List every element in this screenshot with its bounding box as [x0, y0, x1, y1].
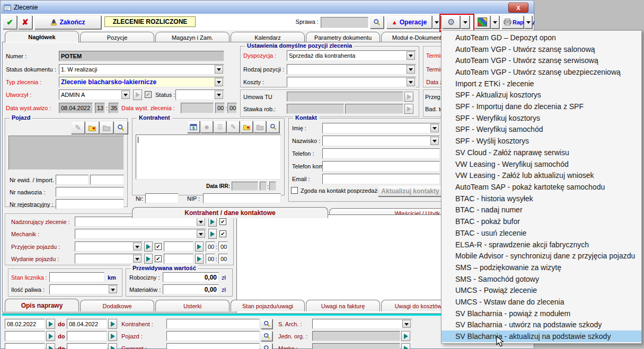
- menu-item[interactable]: SPF - Weryfikuj samochód: [442, 124, 641, 136]
- filter-gwarant-field[interactable]: [166, 343, 260, 349]
- wydanie-date-field[interactable]: [164, 254, 193, 264]
- marka-button[interactable]: [401, 343, 410, 349]
- nr-rejestracyjny-field[interactable]: [56, 199, 124, 209]
- dropdown-button[interactable]: [402, 320, 411, 328]
- case-search-button[interactable]: [370, 16, 384, 29]
- dropdown-button[interactable]: [215, 78, 223, 86]
- nadzorujacy-checkbox[interactable]: ✔: [219, 218, 226, 225]
- menu-item[interactable]: SMS – podziękowanie za wizytę: [442, 262, 641, 273]
- przyjecie-minute[interactable]: 00: [218, 241, 228, 252]
- robocizny-field[interactable]: 0,00: [163, 272, 219, 282]
- title-bar[interactable]: Zlecenie: [1, 1, 534, 14]
- nr-nadwozia-field[interactable]: [56, 187, 124, 197]
- kontrahent-info-button[interactable]: ☰: [214, 121, 226, 133]
- pojazd-search-button[interactable]: [114, 121, 128, 134]
- nr-ewid-field[interactable]: [56, 175, 89, 185]
- dropdown-button[interactable]: [197, 230, 205, 238]
- menu-item[interactable]: SPF - Aktualizuj kosztorys: [442, 90, 641, 101]
- filter-kontrahent-field[interactable]: [166, 319, 260, 329]
- menu-item[interactable]: SV Cloud - Załóż naprawę serwisu: [442, 147, 641, 158]
- date-from-button-3[interactable]: [46, 343, 55, 349]
- nr-import-field[interactable]: [90, 175, 124, 185]
- dropdown-button[interactable]: [133, 255, 142, 263]
- kontrahent-search-button[interactable]: [267, 121, 279, 133]
- dropdown-button[interactable]: [121, 91, 130, 99]
- przyjecie-combo[interactable]: [75, 241, 143, 252]
- dropdown-button[interactable]: [407, 78, 415, 86]
- nazwisko-combo[interactable]: [322, 136, 440, 146]
- pojazd-add-button[interactable]: [85, 121, 99, 134]
- wydanie-combo[interactable]: [75, 254, 143, 264]
- menu-item[interactable]: VW Leasing - Załóż lub aktualizuj wniose…: [442, 169, 641, 181]
- filter-date-from-2[interactable]: [5, 331, 45, 341]
- materialow-field[interactable]: 0,00: [163, 284, 219, 294]
- menu-item[interactable]: AutoTeam VGP - Utwórz szansę ubezpieczen…: [442, 66, 641, 78]
- dropdown-button[interactable]: [109, 285, 117, 293]
- dropdown-button[interactable]: [407, 65, 415, 74]
- dropdown-button[interactable]: [407, 51, 415, 60]
- mechanik-button[interactable]: [208, 229, 217, 239]
- nip-field[interactable]: [203, 193, 281, 203]
- kontrahent-add-button[interactable]: [240, 121, 253, 133]
- menu-item[interactable]: AutoTeam GD – Depozyt opon: [442, 32, 641, 43]
- filter-date-to-3[interactable]: [67, 343, 107, 349]
- ilosc-paliwa-combo[interactable]: [49, 284, 118, 294]
- przyjecie-date-field[interactable]: [164, 241, 193, 252]
- menu-item[interactable]: UMCS - Wstaw dane do zlecenia: [442, 296, 641, 308]
- stan-licznika-field[interactable]: [49, 272, 104, 282]
- wydanie-minute[interactable]: 00: [218, 254, 228, 264]
- menu-item[interactable]: Import z ETKi - zlecenie: [442, 78, 641, 90]
- dyspozycja-combo[interactable]: Sprzedaż dla kontrahenta: [287, 50, 416, 61]
- filter-gwarant-search[interactable]: [261, 343, 272, 349]
- utworzyl-combo[interactable]: ADMIN A: [59, 90, 131, 100]
- date-from-button-2[interactable]: [46, 331, 55, 341]
- filter-date-to-2[interactable]: [67, 331, 107, 341]
- pojazd-open-button[interactable]: [100, 121, 113, 134]
- email-field[interactable]: [322, 174, 440, 184]
- menu-item[interactable]: ELSA-R - sprawdzenie akcji fabrycznych: [442, 239, 641, 250]
- filter-date-from[interactable]: 08.02.2022: [5, 319, 45, 329]
- wydanie-button[interactable]: [144, 254, 153, 264]
- palette-dropdown-button[interactable]: [491, 15, 499, 29]
- date-to-button-3[interactable]: [108, 343, 117, 349]
- imie-combo[interactable]: [322, 123, 440, 133]
- menu-item[interactable]: SMS - Samochód gotowy: [442, 273, 641, 285]
- opis-naprawy-textarea[interactable]: [236, 214, 443, 313]
- case-field[interactable]: [321, 17, 368, 28]
- tab-stan-pojazdu[interactable]: Stan pojazdu/uwagi: [231, 300, 305, 311]
- zgoda-checkbox[interactable]: [291, 187, 298, 194]
- tab-parametry[interactable]: Parametry dokumentu: [306, 32, 380, 42]
- przyjecie-date-button[interactable]: [195, 241, 204, 252]
- menu-item[interactable]: AutoTeam VGP - Utwórz szansę serwisową: [442, 55, 641, 66]
- kontrahent-text-box[interactable]: [136, 135, 281, 180]
- menu-item[interactable]: BTAC - usuń zlecenie: [442, 227, 641, 239]
- cancel-button[interactable]: ✘: [18, 15, 32, 29]
- dropdown-button[interactable]: [215, 91, 223, 99]
- pojazd-edit-button[interactable]: ✎: [71, 121, 85, 134]
- menu-item[interactable]: SPF - Importuj dane do zlecenia z SPF: [442, 101, 641, 112]
- kontrahent-open-button[interactable]: [253, 121, 266, 133]
- menu-item[interactable]: AutoTeam VGP - Utwórz szansę salonową: [442, 43, 641, 55]
- sarch-combo[interactable]: [312, 319, 412, 329]
- umowa-button[interactable]: [404, 92, 413, 102]
- dropdown-button[interactable]: [430, 137, 439, 145]
- menu-item[interactable]: SV Blacharnia - powiąż z modułem: [442, 308, 641, 319]
- tab-usterki[interactable]: Usterki: [155, 300, 230, 311]
- menu-item[interactable]: Mobile Advisor - synchronizuj dane z prz…: [442, 250, 641, 262]
- kontrahent-edit-button[interactable]: ✎: [227, 121, 240, 133]
- menu-item-highlighted[interactable]: SV Blacharnia - aktualizuj na podstawie …: [442, 330, 641, 342]
- tab-dodatkowe[interactable]: Dodatkowe: [80, 300, 154, 311]
- reports-button[interactable]: Raporty: [501, 15, 524, 29]
- tab-opis-naprawy[interactable]: Opis naprawy: [5, 299, 79, 311]
- status-combo[interactable]: [175, 90, 224, 100]
- przyjecie-checkbox[interactable]: ✔: [155, 243, 162, 250]
- filter-pojazd-field[interactable]: [166, 331, 260, 341]
- menu-item[interactable]: BTAC - historia wysyłek: [442, 193, 641, 204]
- dropdown-button[interactable]: [215, 65, 223, 74]
- menu-item[interactable]: VW Leasing - Weryfikuj samochód: [442, 158, 641, 170]
- stawka-button[interactable]: [404, 104, 413, 114]
- koszty-combo[interactable]: [287, 77, 416, 87]
- close-button[interactable]: X: [508, 3, 528, 13]
- menu-item[interactable]: AutoTeam SAP - pokaż kartotekę samochodu: [442, 181, 641, 193]
- tab-kalendarz[interactable]: Kalendarz: [231, 32, 305, 42]
